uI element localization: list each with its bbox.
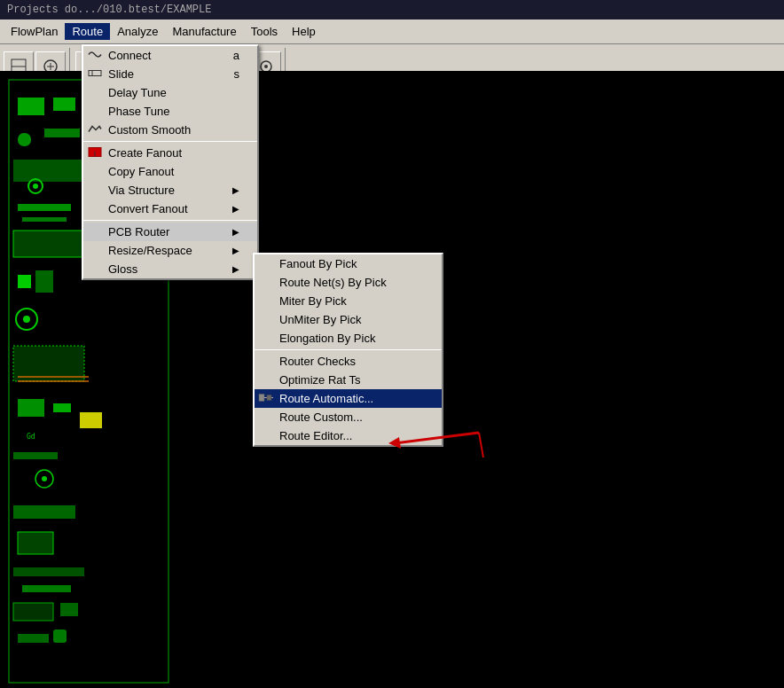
svg-rect-15 <box>18 133 31 146</box>
resize-respace-label: Resize/Respace <box>108 244 192 257</box>
pcb-router-label: PCB Router <box>108 225 169 238</box>
svg-rect-36 <box>13 567 84 576</box>
menu-via-structure[interactable]: Via Structure ▶ <box>83 181 257 199</box>
svg-rect-20 <box>18 204 71 211</box>
menu-flowplan[interactable]: FlowPlan <box>4 23 65 40</box>
miter-by-pick-label: Miter By Pick <box>279 294 347 308</box>
svg-rect-45 <box>89 70 101 75</box>
connect-label: Connect <box>108 49 151 62</box>
route-automatic-label: Route Automatic... <box>279 392 373 405</box>
create-fanout-label: Create Fanout <box>108 146 182 160</box>
menu-manufacture[interactable]: Manufacture <box>165 23 243 40</box>
menu-analyze[interactable]: Analyze <box>110 23 165 40</box>
svg-rect-27 <box>13 346 84 381</box>
menu-delay-tune[interactable]: Delay Tune <box>83 83 257 102</box>
menu-icon-route-automatic <box>258 391 274 406</box>
svg-point-19 <box>33 184 38 189</box>
arrow-svg <box>381 424 488 459</box>
submenu-separator-1 <box>255 349 442 350</box>
route-nets-by-pick-label: Route Net(s) By Pick <box>279 276 387 289</box>
submenu-elongation-by-pick[interactable]: Elongation By Pick <box>255 329 442 348</box>
via-structure-label: Via Structure <box>108 184 175 197</box>
delay-tune-label: Delay Tune <box>108 86 167 99</box>
menu-slide[interactable]: Slide s <box>83 65 257 83</box>
menu-icon-custom-smooth <box>87 122 103 137</box>
menu-pcb-router[interactable]: PCB Router ▶ <box>83 223 257 241</box>
svg-rect-14 <box>53 98 75 111</box>
svg-point-33 <box>42 476 47 481</box>
menu-create-fanout[interactable]: Create Fanout <box>83 144 257 162</box>
svg-rect-21 <box>22 217 67 222</box>
route-editor-label: Route Editor... <box>279 429 352 442</box>
gloss-arrow: ▶ <box>232 264 239 274</box>
svg-rect-34 <box>13 505 75 519</box>
separator-1 <box>83 141 257 142</box>
svg-point-26 <box>23 316 30 323</box>
fanout-by-pick-label: Fanout By Pick <box>279 257 357 270</box>
svg-rect-24 <box>35 270 53 293</box>
svg-line-54 <box>479 433 483 457</box>
svg-rect-49 <box>259 394 264 401</box>
convert-fanout-label: Convert Fanout <box>108 202 188 215</box>
svg-rect-17 <box>13 160 84 182</box>
optimize-rat-ts-label: Optimize Rat Ts <box>279 373 361 387</box>
svg-rect-13 <box>18 98 44 115</box>
menu-phase-tune[interactable]: Phase Tune <box>83 102 257 121</box>
svg-marker-53 <box>388 437 401 449</box>
menu-connect[interactable]: Connect a <box>83 46 257 65</box>
menu-route[interactable]: Route <box>65 23 110 40</box>
svg-rect-31 <box>13 452 58 459</box>
slide-shortcut: s <box>216 67 240 81</box>
svg-rect-23 <box>18 275 31 288</box>
connect-shortcut: a <box>216 49 239 62</box>
menu-icon-connect <box>87 48 103 63</box>
custom-smooth-label: Custom Smooth <box>108 123 191 137</box>
submenu-router-checks[interactable]: Router Checks <box>255 352 442 371</box>
svg-line-52 <box>395 433 479 443</box>
submenu-miter-by-pick[interactable]: Miter By Pick <box>255 292 442 310</box>
svg-rect-35 <box>18 532 53 554</box>
title-text: Projects do.../010.btest/EXAMPLE <box>7 4 211 16</box>
submenu-route-nets-by-pick[interactable]: Route Net(s) By Pick <box>255 273 442 292</box>
menu-help[interactable]: Help <box>285 23 323 40</box>
svg-rect-40 <box>18 634 49 643</box>
svg-rect-29 <box>53 403 71 412</box>
menu-icon-create-fanout <box>87 145 103 160</box>
via-structure-arrow: ▶ <box>232 185 239 195</box>
menu-bar: FlowPlan Route Analyze Manufacture Tools… <box>0 20 784 44</box>
pcb-router-submenu: Fanout By Pick Route Net(s) By Pick Mite… <box>253 253 443 447</box>
menu-resize-respace[interactable]: Resize/Respace ▶ <box>83 241 257 260</box>
gloss-label: Gloss <box>108 262 137 276</box>
menu-icon-slide <box>87 66 103 82</box>
menu-tools[interactable]: Tools <box>244 23 285 40</box>
svg-rect-42 <box>80 412 102 428</box>
svg-rect-38 <box>13 603 53 621</box>
submenu-unmiter-by-pick[interactable]: UnMiter By Pick <box>255 310 442 329</box>
svg-text:Gd: Gd <box>27 433 35 441</box>
menu-copy-fanout[interactable]: Copy Fanout <box>83 162 257 181</box>
copy-fanout-label: Copy Fanout <box>108 165 174 178</box>
submenu-optimize-rat-ts[interactable]: Optimize Rat Ts <box>255 371 442 389</box>
svg-rect-16 <box>44 129 80 137</box>
route-dropdown: Connect a Slide s Delay Tune Phase Tune … <box>82 44 259 280</box>
submenu-fanout-by-pick[interactable]: Fanout By Pick <box>255 254 442 273</box>
router-checks-label: Router Checks <box>279 355 356 368</box>
elongation-by-pick-label: Elongation By Pick <box>279 332 375 345</box>
resize-respace-arrow: ▶ <box>232 246 239 255</box>
separator-2 <box>83 220 257 221</box>
pcb-router-arrow: ▶ <box>232 227 239 237</box>
route-custom-label: Route Custom... <box>279 410 363 424</box>
menu-gloss[interactable]: Gloss ▶ <box>83 260 257 278</box>
title-bar: Projects do.../010.btest/EXAMPLE <box>0 0 784 20</box>
svg-rect-28 <box>18 399 44 417</box>
convert-fanout-arrow: ▶ <box>232 204 239 214</box>
svg-rect-51 <box>267 395 271 400</box>
slide-label: Slide <box>108 67 134 81</box>
phase-tune-label: Phase Tune <box>108 105 169 118</box>
svg-point-11 <box>264 65 268 68</box>
menu-custom-smooth[interactable]: Custom Smooth <box>83 121 257 139</box>
svg-rect-39 <box>60 603 78 616</box>
red-arrow <box>381 424 488 463</box>
menu-convert-fanout[interactable]: Convert Fanout ▶ <box>83 199 257 218</box>
submenu-route-automatic[interactable]: Route Automatic... <box>255 389 442 408</box>
